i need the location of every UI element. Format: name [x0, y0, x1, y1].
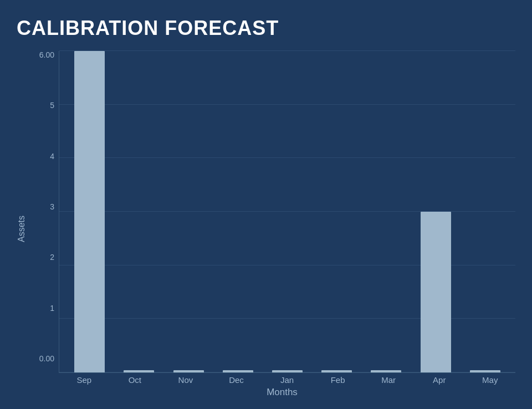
bar-group: [213, 51, 263, 372]
chart-container: Assets 6.00543210.00 SepOctNovDecJanFe: [17, 51, 515, 398]
x-axis-month-label: Jan: [262, 375, 313, 385]
bar: [272, 370, 303, 372]
chart-title: CALIBRATION FORECAST: [17, 17, 515, 40]
bar-group: [411, 51, 461, 372]
y-tick: 5: [50, 101, 54, 109]
bar: [223, 370, 253, 372]
x-axis-title: Months: [17, 387, 515, 398]
y-tick: 1: [50, 304, 54, 312]
x-axis-month-label: Dec: [211, 375, 262, 385]
chart-area: Assets 6.00543210.00 SepOctNovDecJanFe: [17, 51, 515, 385]
y-tick: 4: [50, 152, 54, 160]
bar: [173, 370, 204, 372]
plot-area: SepOctNovDecJanFebMarAprMay: [59, 51, 515, 385]
bar: [124, 370, 154, 372]
bar-group: [65, 51, 114, 372]
x-axis-month-label: May: [465, 375, 516, 385]
bars-row: [59, 51, 515, 372]
bar-group: [361, 51, 411, 372]
bar: [470, 370, 500, 372]
x-axis-month-label: Apr: [414, 375, 465, 385]
y-axis-label: Assets: [17, 51, 27, 385]
bar-group: [163, 51, 213, 372]
x-axis-month-label: Oct: [110, 375, 161, 385]
bar-group: [114, 51, 163, 372]
bar-group: [312, 51, 361, 372]
x-axis-labels: SepOctNovDecJanFebMarAprMay: [59, 375, 515, 385]
y-tick: 3: [50, 203, 54, 211]
bar: [371, 370, 401, 372]
x-axis-month-label: Feb: [313, 375, 364, 385]
bar-group: [263, 51, 312, 372]
bars-and-grid: [59, 51, 515, 373]
bar-group: [461, 51, 510, 372]
y-axis-ticks: 6.00543210.00: [31, 51, 59, 385]
x-axis-month-label: Sep: [59, 375, 110, 385]
x-axis-month-label: Mar: [363, 375, 414, 385]
x-axis-month-label: Nov: [160, 375, 211, 385]
y-tick: 0.00: [39, 355, 54, 362]
y-tick: 2: [50, 253, 54, 261]
bar: [421, 212, 451, 372]
y-tick: 6.00: [39, 51, 54, 59]
bar: [74, 51, 105, 372]
bar: [321, 370, 352, 372]
